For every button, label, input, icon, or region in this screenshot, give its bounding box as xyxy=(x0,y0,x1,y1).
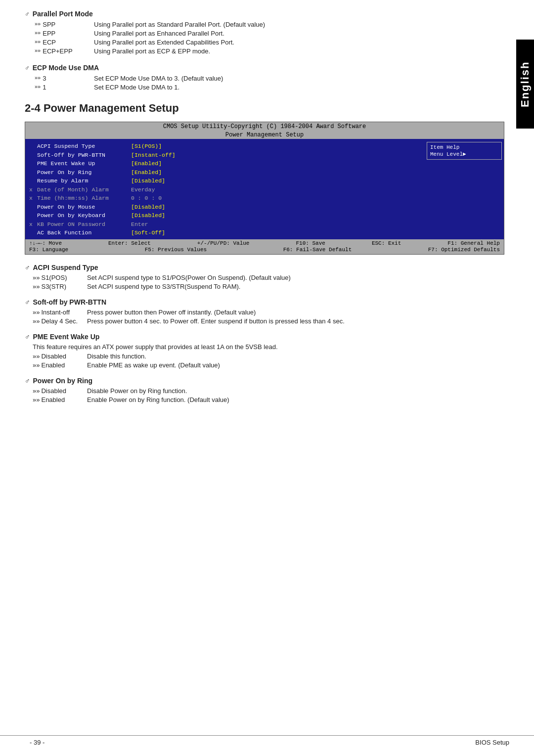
desc-item-key-text: Disabled xyxy=(41,353,66,360)
bios-footer-help: F1: General Help xyxy=(447,240,500,246)
bios-row-prefix xyxy=(29,142,35,150)
bios-help-panel: Item Help Menu Level► xyxy=(425,142,504,237)
desc-title-text: ACPI Suspend Type xyxy=(33,264,98,271)
page-number: - 39 - xyxy=(30,739,44,746)
bios-settings-panel: ACPI Suspend Type[S1(POS)] Soft-Off by P… xyxy=(25,142,425,237)
bios-row-label: Power On by Ring xyxy=(37,169,131,177)
bios-row-prefix: x xyxy=(29,194,35,202)
ecp-epp-label: »» ECP+EPP xyxy=(35,47,94,55)
bios-row-label: AC Back Function xyxy=(37,229,131,237)
bios-row: xTime (hh:mm:ss) Alarm0 : 0 : 0 xyxy=(29,194,421,203)
list-item: »»EnabledEnable PME as wake up event. (D… xyxy=(25,361,504,369)
bios-row-value: Everday xyxy=(131,186,155,194)
bios-row: Soft-Off by PWR-BTTN[Instant-off] xyxy=(29,151,421,160)
bios-row-prefix xyxy=(29,169,35,177)
double-arrow-icon: »» xyxy=(33,283,40,290)
list-item: »»DisabledDisable Power on by Ring funct… xyxy=(25,387,504,395)
list-item: »» 3 Set ECP Mode Use DMA to 3. (Default… xyxy=(25,75,504,82)
bios-row: Power On by Mouse[Disabled] xyxy=(29,203,421,212)
desc-item-key: »»Delay 4 Sec. xyxy=(33,317,87,325)
desc-body-text: This feature requires an ATX power suppl… xyxy=(25,343,504,351)
double-arrow-icon: »» xyxy=(33,274,40,281)
bios-row-prefix xyxy=(29,212,35,220)
desc-title-text: Soft-off by PWR-BTTN xyxy=(33,298,107,306)
arrow-icon: ♂ xyxy=(25,333,30,341)
desc-item-text: Enable Power on by Ring function. (Defau… xyxy=(87,396,504,403)
arrow-icon: ♂ xyxy=(25,377,30,385)
desc-item-key: »»Enabled xyxy=(33,396,87,403)
desc-item-text: Enable PME as wake up event. (Default va… xyxy=(87,361,504,369)
bullet-icon: »» xyxy=(35,75,41,81)
desc-item-text: Press power button 4 sec. to Power off. … xyxy=(87,317,504,325)
desc-item-key-text: Disabled xyxy=(41,387,66,395)
desc-item-text: Press power button then Power off instan… xyxy=(87,309,504,316)
bios-row-label: Soft-Off by PWR-BTTN xyxy=(37,151,131,159)
ecp-mode-title: ♂ ECP Mode Use DMA xyxy=(25,64,504,72)
spp-label: »» SPP xyxy=(35,21,94,28)
bios-screen: CMOS Setup Utility-Copyright (C) 1984-20… xyxy=(25,122,504,255)
list-item: »» EPP Using Parallel port as Enhanced P… xyxy=(25,30,504,37)
bios-footer-prev: F5: Previous Values xyxy=(145,247,207,253)
ecp-mode-section: ♂ ECP Mode Use DMA »» 3 Set ECP Mode Use… xyxy=(25,64,504,91)
desc-item-key: »»Disabled xyxy=(33,387,87,395)
arrow-icon: ♂ xyxy=(25,264,30,271)
bios-row-value: [Instant-off] xyxy=(131,151,176,159)
bullet-icon: »» xyxy=(35,47,41,53)
desc-item-key: »»Disabled xyxy=(33,353,87,360)
list-item: »»S1(POS)Set ACPI suspend type to S1/POS… xyxy=(25,274,504,281)
spp-desc: Using Parallel port as Standard Parallel… xyxy=(94,21,504,28)
bios-footer-lang: F3: Language xyxy=(29,247,68,253)
list-item: »»S3(STR)Set ACPI suspend type to S3/STR… xyxy=(25,283,504,290)
epp-desc: Using Parallel port as Enhanced Parallel… xyxy=(94,30,504,37)
desc-title-text: PME Event Wake Up xyxy=(33,333,100,341)
bios-row-value: [Disabled] xyxy=(131,212,165,220)
desc-section-soft-off-pwr-bttn: ♂Soft-off by PWR-BTTN»»Instant-offPress … xyxy=(25,298,504,325)
english-tab-label: English xyxy=(516,40,534,129)
bios-row-prefix xyxy=(29,160,35,168)
bios-body: ACPI Suspend Type[S1(POS)] Soft-Off by P… xyxy=(25,140,504,239)
double-arrow-icon: »» xyxy=(33,361,40,369)
bios-row: xDate (of Month) AlarmEverday xyxy=(29,185,421,194)
bios-row: AC Back Function[Soft-Off] xyxy=(29,228,421,237)
double-arrow-icon: »» xyxy=(33,317,40,325)
bios-row: Power On by Keyboard[Disabled] xyxy=(29,211,421,220)
arrow-icon: ♂ xyxy=(25,298,30,306)
bios-subtitle: Power Management Setup xyxy=(25,131,504,139)
dma3-label: »» 3 xyxy=(35,75,94,82)
double-arrow-icon: »» xyxy=(33,309,40,316)
bios-row-value: [Disabled] xyxy=(131,177,165,185)
page-footer: - 39 - BIOS Setup xyxy=(0,735,534,746)
bios-row-prefix xyxy=(29,151,35,159)
bios-footer-move: ↑↓→←: Move xyxy=(29,240,62,246)
section-arrow-icon: ♂ xyxy=(25,64,30,72)
parallel-port-mode-title: ♂ Parallel Port Mode xyxy=(25,10,504,18)
bios-row-label: ACPI Suspend Type xyxy=(37,142,131,150)
bios-row: Power On by Ring[Enabled] xyxy=(29,168,421,177)
list-item: »»EnabledEnable Power on by Ring functio… xyxy=(25,396,504,403)
list-item: »»DisabledDisable this function. xyxy=(25,353,504,360)
bios-row: PME Event Wake Up[Enabled] xyxy=(29,159,421,168)
ecp-desc: Using Parallel port as Extended Capabili… xyxy=(94,39,504,46)
desc-item-text: Disable Power on by Ring function. xyxy=(87,387,504,395)
ecp-epp-desc: Using Parallel port as ECP & EPP mode. xyxy=(94,47,504,55)
list-item: »» ECP+EPP Using Parallel port as ECP & … xyxy=(25,47,504,55)
desc-item-key-text: Delay 4 Sec. xyxy=(41,317,78,325)
desc-section-power-on-by-ring: ♂Power On by Ring»»DisabledDisable Power… xyxy=(25,377,504,403)
item-help-box: Item Help Menu Level► xyxy=(427,142,502,160)
bios-row-label: Power On by Mouse xyxy=(37,203,131,211)
dma1-label: »» 1 xyxy=(35,84,94,91)
bios-footer-esc: ESC: Exit xyxy=(372,240,401,246)
desc-title-acpi-suspend-type: ♂ACPI Suspend Type xyxy=(25,264,504,271)
desc-item-key: »»Enabled xyxy=(33,361,87,369)
list-item: »»Delay 4 Sec.Press power button 4 sec. … xyxy=(25,317,504,325)
bios-footer-enter: Enter: Select xyxy=(108,240,151,246)
bios-row-value: Enter xyxy=(131,221,148,228)
bios-row-label: PME Event Wake Up xyxy=(37,160,131,168)
bullet-icon: »» xyxy=(35,30,41,36)
bios-row-label: Date (of Month) Alarm xyxy=(37,186,131,194)
footer-label: BIOS Setup xyxy=(475,739,509,746)
bios-title: CMOS Setup Utility-Copyright (C) 1984-20… xyxy=(25,122,504,131)
desc-item-text: Set ACPI suspend type to S3/STR(Suspend … xyxy=(87,283,504,290)
bios-row: xKB Power ON PasswordEnter xyxy=(29,220,421,229)
desc-item-key-text: Enabled xyxy=(41,361,65,369)
